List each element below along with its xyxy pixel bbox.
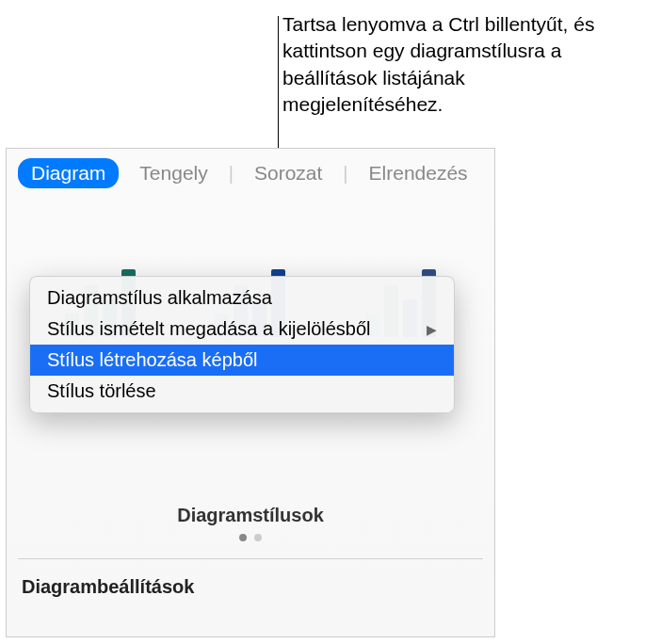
tab-series[interactable]: Sorozat bbox=[241, 158, 335, 188]
tab-separator: | bbox=[343, 163, 347, 185]
page-dot[interactable] bbox=[239, 534, 247, 541]
menu-create-from-image[interactable]: Stílus létrehozása képből bbox=[30, 345, 454, 376]
tab-layout[interactable]: Elrendezés bbox=[356, 158, 481, 188]
menu-label: Stílus törlése bbox=[47, 380, 156, 402]
settings-section-title: Diagrambeállítások bbox=[7, 559, 494, 598]
callout-text: Tartsa lenyomva a Ctrl billentyűt, és ka… bbox=[282, 11, 621, 118]
context-menu: Diagramstílus alkalmazása Stílus ismétel… bbox=[29, 276, 455, 413]
page-indicator bbox=[7, 534, 494, 541]
tab-axis[interactable]: Tengely bbox=[126, 158, 220, 188]
page-dot[interactable] bbox=[254, 534, 262, 541]
menu-label: Stílus ismételt megadása a kijelölésből bbox=[47, 318, 371, 340]
menu-label: Stílus létrehozása képből bbox=[47, 349, 257, 371]
tab-diagram[interactable]: Diagram bbox=[18, 158, 119, 188]
menu-redefine-style[interactable]: Stílus ismételt megadása a kijelölésből … bbox=[30, 314, 454, 345]
menu-apply-style[interactable]: Diagramstílus alkalmazása bbox=[30, 282, 454, 314]
tab-separator: | bbox=[229, 163, 234, 185]
menu-label: Diagramstílus alkalmazása bbox=[47, 287, 272, 309]
chevron-right-icon: ▶ bbox=[427, 322, 437, 337]
menu-delete-style[interactable]: Stílus törlése bbox=[30, 376, 454, 407]
format-panel: Diagram Tengely | Sorozat | Elrendezés D… bbox=[6, 148, 495, 637]
styles-section-title: Diagramstílusok bbox=[7, 505, 494, 526]
tab-bar: Diagram Tengely | Sorozat | Elrendezés bbox=[7, 149, 494, 196]
